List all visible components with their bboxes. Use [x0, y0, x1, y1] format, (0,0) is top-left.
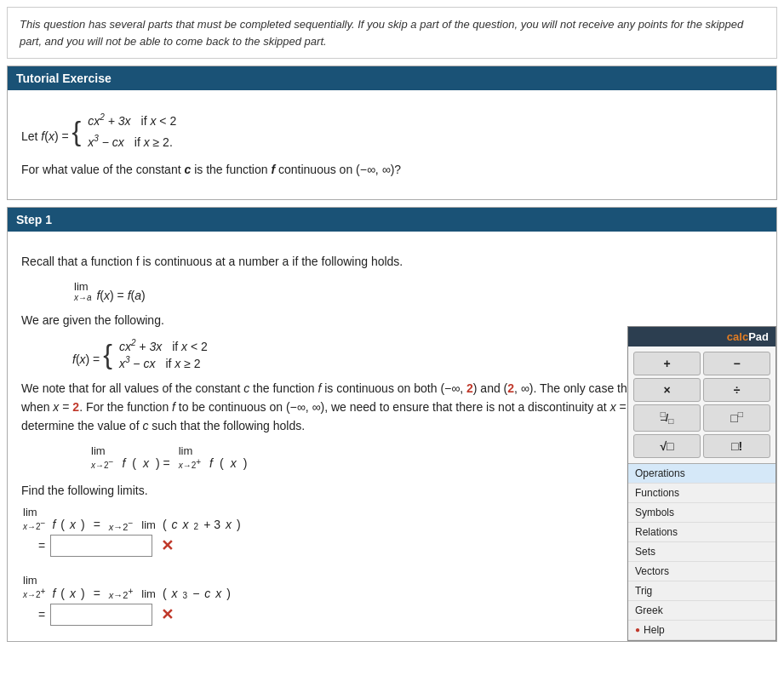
- menu-symbols[interactable]: Symbols: [628, 503, 775, 523]
- limit2-input[interactable]: [50, 604, 152, 626]
- piecewise-cases: cx2 + 3x if x < 2 x3 − cx if x ≥ 2.: [88, 111, 176, 152]
- case2-expr: x3 − cx: [88, 132, 124, 152]
- case2-cond: if x ≥ 2.: [134, 133, 173, 152]
- menu-relations[interactable]: Relations: [628, 523, 775, 542]
- fx-case2: x3 − cx: [119, 355, 156, 370]
- calcpad-widget: calcPad + − × ÷ □/□ □□ √□ □! Operations …: [627, 326, 776, 640]
- fx-case1: cx2 + 3x: [119, 338, 162, 353]
- menu-operations[interactable]: Operations: [628, 464, 775, 484]
- calcpad-menu: Operations Functions Symbols Relations S…: [628, 463, 775, 640]
- btn-divide[interactable]: ÷: [703, 378, 770, 402]
- menu-trig[interactable]: Trig: [628, 581, 775, 601]
- limit2-error-icon: ✕: [161, 605, 174, 624]
- calcpad-buttons-area: + − × ÷ □/□ □□ √□ □!: [628, 346, 775, 462]
- help-label: Help: [644, 624, 665, 636]
- problem-intro: Let f(x) = { cx2 + 3x if x < 2 x3 − cx i…: [21, 111, 763, 152]
- calcpad-title-calc: calc: [727, 330, 748, 343]
- menu-help[interactable]: ● Help: [628, 621, 775, 640]
- calcpad-title-pad: Pad: [748, 330, 769, 343]
- menu-sets[interactable]: Sets: [628, 542, 775, 562]
- case1-cond: if x < 2: [141, 112, 177, 130]
- piecewise-cases2: cx2 + 3x if x < 2 x3 − cx if x ≥ 2: [119, 338, 208, 369]
- btn-exponent[interactable]: □□: [703, 404, 770, 431]
- top-notice: This question has several parts that mus…: [7, 7, 777, 59]
- btn-minus[interactable]: −: [703, 352, 770, 375]
- limit-definition: lim x→a f(x) = f(a): [72, 280, 763, 302]
- fx-cond2: if x ≥ 2: [165, 357, 200, 370]
- step1-header-label: Step 1: [16, 213, 52, 226]
- help-icon: ●: [635, 625, 640, 634]
- tutorial-header-label: Tutorial Exercise: [16, 72, 112, 85]
- btn-plus[interactable]: +: [633, 352, 701, 375]
- btn-multiply[interactable]: ×: [633, 378, 701, 402]
- calcpad-title: calcPad: [628, 327, 775, 346]
- limit1-input[interactable]: [50, 535, 152, 557]
- menu-vectors[interactable]: Vectors: [628, 562, 775, 581]
- case1-expr: cx2 + 3x: [88, 111, 130, 130]
- menu-functions[interactable]: Functions: [628, 484, 775, 503]
- lim-sub-a: x→a: [74, 293, 92, 302]
- step1-header: Step 1: [8, 208, 776, 232]
- limit1-error-icon: ✕: [161, 536, 174, 555]
- menu-greek[interactable]: Greek: [628, 601, 775, 621]
- btn-factorial[interactable]: □!: [703, 434, 770, 458]
- tutorial-block: Tutorial Exercise Let f(x) = { cx2 + 3x …: [7, 66, 777, 200]
- step1-block: Step 1 Recall that a function f is conti…: [7, 207, 777, 641]
- fx-cond1: if x < 2: [172, 340, 208, 353]
- tutorial-header: Tutorial Exercise: [8, 66, 776, 90]
- problem-question: For what value of the constant c is the …: [21, 160, 763, 179]
- step1-para1: Recall that a function f is continuous a…: [21, 252, 763, 271]
- brace2-left: {: [103, 341, 112, 368]
- notice-text: This question has several parts that mus…: [20, 18, 743, 48]
- btn-fraction[interactable]: □/□: [633, 404, 701, 431]
- brace-left: {: [72, 117, 82, 145]
- btn-sqrt[interactable]: √□: [633, 434, 701, 458]
